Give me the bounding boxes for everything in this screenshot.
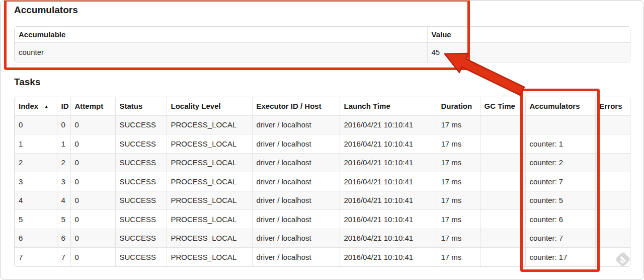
spark-stage-page: Accumulators Accumulable Value counter 4…	[0, 0, 644, 280]
cell-gc-time	[480, 115, 525, 134]
cell-status: SUCCESS	[115, 229, 167, 248]
task-row: 4 4 0 SUCCESS PROCESS_LOCAL driver / loc…	[15, 191, 630, 210]
cell-attempt: 0	[70, 153, 115, 172]
cell-status: SUCCESS	[115, 115, 167, 134]
cell-accumulators: counter: 6	[525, 210, 595, 229]
col-header-attempt[interactable]: Attempt	[70, 97, 115, 115]
cell-errors	[595, 229, 630, 248]
cell-accumulators: counter: 2	[525, 153, 595, 172]
cell-gc-time	[480, 172, 525, 191]
cell-status: SUCCESS	[115, 191, 167, 210]
cell-errors	[595, 153, 630, 172]
cell-attempt: 0	[70, 248, 115, 267]
cell-gc-time	[480, 229, 525, 248]
cell-locality: PROCESS_LOCAL	[167, 210, 252, 229]
cell-value: 45	[427, 42, 630, 62]
cell-index: 5	[15, 210, 57, 229]
cell-index: 0	[15, 115, 57, 134]
col-header-errors[interactable]: Errors	[595, 97, 630, 115]
cell-accumulators	[525, 115, 595, 134]
cell-gc-time	[480, 191, 525, 210]
cell-attempt: 0	[70, 191, 115, 210]
cell-locality: PROCESS_LOCAL	[167, 153, 252, 172]
task-row: 6 6 0 SUCCESS PROCESS_LOCAL driver / loc…	[15, 229, 630, 248]
tasks-header-row: Index▲ ID Attempt Status Locality Level …	[15, 97, 630, 115]
cell-duration: 17 ms	[437, 191, 480, 210]
col-header-locality-level[interactable]: Locality Level	[167, 97, 252, 115]
cell-executor: driver / localhost	[252, 153, 340, 172]
cell-executor: driver / localhost	[252, 134, 340, 154]
cell-gc-time	[480, 134, 525, 154]
col-header-index-label: Index	[19, 102, 38, 110]
accumulators-heading: Accumulators	[14, 5, 78, 16]
cell-index: 7	[15, 248, 57, 267]
task-row: 5 5 0 SUCCESS PROCESS_LOCAL driver / loc…	[15, 210, 630, 229]
cell-locality: PROCESS_LOCAL	[167, 191, 252, 210]
cell-duration: 17 ms	[437, 115, 480, 134]
cell-launch-time: 2016/04/21 10:10:41	[340, 229, 437, 248]
col-header-executor-id-host[interactable]: Executor ID / Host	[252, 97, 340, 115]
tasks-heading: Tasks	[14, 77, 40, 88]
cell-attempt: 0	[70, 134, 115, 154]
cell-index: 2	[15, 153, 57, 172]
cell-executor: driver / localhost	[252, 229, 340, 248]
accumulators-header-row: Accumulable Value	[15, 27, 630, 42]
cell-status: SUCCESS	[115, 210, 167, 229]
cell-duration: 17 ms	[437, 248, 480, 267]
task-row: 7 7 0 SUCCESS PROCESS_LOCAL driver / loc…	[15, 248, 630, 267]
col-header-duration[interactable]: Duration	[437, 97, 480, 115]
task-row: 2 2 0 SUCCESS PROCESS_LOCAL driver / loc…	[15, 153, 630, 172]
cell-gc-time	[480, 248, 525, 267]
cell-launch-time: 2016/04/21 10:10:41	[340, 248, 437, 267]
cell-launch-time: 2016/04/21 10:10:41	[340, 115, 437, 134]
tasks-table: Index▲ ID Attempt Status Locality Level …	[14, 97, 630, 267]
cell-status: SUCCESS	[115, 134, 167, 154]
cell-executor: driver / localhost	[252, 115, 340, 134]
cell-id: 3	[57, 172, 70, 191]
cell-index: 4	[15, 191, 57, 210]
cell-launch-time: 2016/04/21 10:10:41	[340, 191, 437, 210]
cell-id: 6	[57, 229, 70, 248]
cell-id: 5	[57, 210, 70, 229]
cell-locality: PROCESS_LOCAL	[167, 134, 252, 154]
cell-launch-time: 2016/04/21 10:10:41	[340, 172, 437, 191]
task-row: 0 0 0 SUCCESS PROCESS_LOCAL driver / loc…	[15, 115, 630, 134]
cell-executor: driver / localhost	[252, 248, 340, 267]
col-header-index[interactable]: Index▲	[15, 97, 57, 115]
col-header-accumulable[interactable]: Accumulable	[15, 27, 427, 42]
col-header-gc-time[interactable]: GC Time	[480, 97, 525, 115]
col-header-value[interactable]: Value	[427, 27, 630, 42]
cell-id: 7	[57, 248, 70, 267]
col-header-accumulators[interactable]: Accumulators	[525, 97, 595, 115]
cell-locality: PROCESS_LOCAL	[167, 115, 252, 134]
task-row: 3 3 0 SUCCESS PROCESS_LOCAL driver / loc…	[15, 172, 630, 191]
cell-accumulable: counter	[15, 42, 427, 62]
cell-duration: 17 ms	[437, 210, 480, 229]
sort-ascending-icon: ▲	[44, 104, 49, 109]
cell-id: 2	[57, 153, 70, 172]
cell-attempt: 0	[70, 229, 115, 248]
cell-errors	[595, 172, 630, 191]
cell-launch-time: 2016/04/21 10:10:41	[340, 134, 437, 154]
cell-status: SUCCESS	[115, 153, 167, 172]
cell-accumulators: counter: 5	[525, 191, 595, 210]
cell-locality: PROCESS_LOCAL	[167, 229, 252, 248]
col-header-id[interactable]: ID	[57, 97, 70, 115]
cell-accumulators: counter: 17	[525, 248, 595, 267]
cell-accumulators: counter: 7	[525, 229, 595, 248]
cell-attempt: 0	[70, 172, 115, 191]
col-header-status[interactable]: Status	[115, 97, 167, 115]
cell-gc-time	[480, 210, 525, 229]
cell-id: 1	[57, 134, 70, 154]
cell-executor: driver / localhost	[252, 191, 340, 210]
cell-id: 4	[57, 191, 70, 210]
cell-index: 1	[15, 134, 57, 154]
cell-attempt: 0	[70, 210, 115, 229]
cell-index: 6	[15, 229, 57, 248]
cell-launch-time: 2016/04/21 10:10:41	[340, 153, 437, 172]
cell-errors	[595, 191, 630, 210]
cell-launch-time: 2016/04/21 10:10:41	[340, 210, 437, 229]
cell-status: SUCCESS	[115, 172, 167, 191]
col-header-launch-time[interactable]: Launch Time	[340, 97, 437, 115]
cell-status: SUCCESS	[115, 248, 167, 267]
